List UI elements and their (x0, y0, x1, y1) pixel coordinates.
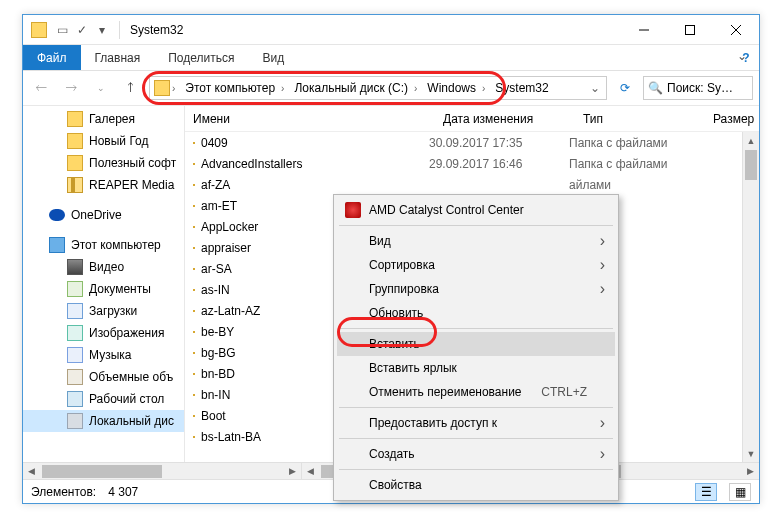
scroll-left-icon[interactable]: ◀ (23, 466, 40, 476)
folder-icon (193, 226, 195, 228)
menu-item[interactable]: Сортировка› (337, 253, 615, 277)
tree-item[interactable]: Изображения (23, 322, 184, 344)
qat-new-folder[interactable]: ✓ (73, 21, 91, 39)
breadcrumb-seg[interactable]: Этот компьютер (177, 77, 279, 99)
chevron-right-icon[interactable]: › (412, 83, 419, 94)
tree-item[interactable]: Загрузки (23, 300, 184, 322)
menu-item[interactable]: Отменить переименованиеCTRL+Z (337, 380, 615, 404)
tree-item-label: OneDrive (71, 208, 122, 222)
folder-icon (67, 111, 83, 127)
folder-icon (193, 163, 195, 165)
context-menu: AMD Catalyst Control CenterВид›Сортировк… (333, 194, 619, 501)
tree-item-label: Рабочий стол (89, 392, 164, 406)
scroll-right-icon[interactable]: ▶ (284, 466, 301, 476)
tree-item[interactable]: Музыка (23, 344, 184, 366)
table-row[interactable]: af-ZAайлами (185, 174, 759, 195)
menu-item[interactable]: Группировка› (337, 277, 615, 301)
minimize-button[interactable] (621, 15, 667, 45)
chevron-right-icon[interactable]: › (480, 83, 487, 94)
tree-item-label: Музыка (89, 348, 131, 362)
file-name: 0409 (201, 136, 429, 150)
vertical-scrollbar[interactable]: ▲ ▼ (742, 132, 759, 462)
view-details-button[interactable]: ☰ (695, 483, 717, 501)
address-bar[interactable]: › Этот компьютер › Локальный диск (C:) ›… (149, 76, 607, 100)
tree-item-label: Локальный дис (89, 414, 174, 428)
nav-recent[interactable]: ⌄ (89, 76, 113, 100)
table-row[interactable]: 040930.09.2017 17:35Папка с файлами (185, 132, 759, 153)
tree-item[interactable]: Локальный дис (23, 410, 184, 432)
search-input[interactable]: 🔍 Поиск: Sy… (643, 76, 753, 100)
file-type: айлами (569, 178, 699, 192)
scroll-left-icon[interactable]: ◀ (302, 466, 319, 476)
menu-item[interactable]: Создать› (337, 442, 615, 466)
nav-tree[interactable]: ГалереяНовый ГодПолезный софтREAPER Medi… (23, 106, 185, 462)
scroll-right-icon[interactable]: ▶ (742, 466, 759, 476)
tree-item[interactable]: Полезный софт (23, 152, 184, 174)
tree-item[interactable]: OneDrive (23, 204, 184, 226)
menu-item[interactable]: Свойства (337, 473, 615, 497)
tab-share[interactable]: Поделиться (154, 45, 248, 70)
breadcrumb-seg[interactable]: Windows (419, 77, 480, 99)
chevron-right-icon: › (600, 233, 605, 249)
tree-item[interactable]: REAPER Media (23, 174, 184, 196)
tree-item[interactable]: Этот компьютер (23, 234, 184, 256)
tree-item[interactable]: Новый Год (23, 130, 184, 152)
ribbon-expand-icon[interactable]: ⌄ (737, 49, 753, 65)
tree-item[interactable]: Галерея (23, 108, 184, 130)
close-button[interactable] (713, 15, 759, 45)
refresh-button[interactable]: ⟳ (613, 76, 637, 100)
nav-forward: 🡒 (59, 76, 83, 100)
chevron-right-icon: › (600, 281, 605, 297)
tab-home[interactable]: Главная (81, 45, 155, 70)
tab-view[interactable]: Вид (248, 45, 298, 70)
menu-item-label: Вид (369, 234, 391, 248)
scroll-thumb[interactable] (745, 150, 757, 180)
col-type[interactable]: Тип (575, 112, 705, 126)
qat-properties[interactable]: ▭ (53, 21, 71, 39)
menu-item[interactable]: Вставить (337, 332, 615, 356)
menu-item[interactable]: Вид› (337, 229, 615, 253)
tree-item[interactable]: Документы (23, 278, 184, 300)
table-row[interactable]: AdvancedInstallers29.09.2017 16:46Папка … (185, 153, 759, 174)
chevron-right-icon[interactable]: › (170, 83, 177, 94)
col-date[interactable]: Дата изменения (435, 112, 575, 126)
nav-up[interactable]: 🡑 (119, 76, 143, 100)
folder-icon (31, 22, 47, 38)
tree-item[interactable]: Объемные объ (23, 366, 184, 388)
tab-file[interactable]: Файл (23, 45, 81, 70)
menu-item-label: Свойства (369, 478, 422, 492)
tree-item[interactable]: Видео (23, 256, 184, 278)
svg-rect-1 (686, 25, 695, 34)
tree-item-label: Видео (89, 260, 124, 274)
maximize-button[interactable] (667, 15, 713, 45)
address-dropdown[interactable]: ⌄ (584, 81, 606, 95)
tree-item-label: Новый Год (89, 134, 148, 148)
menu-item[interactable]: Обновить (337, 301, 615, 325)
breadcrumb-seg[interactable]: Локальный диск (C:) (286, 77, 412, 99)
search-icon: 🔍 (648, 81, 663, 95)
tree-item-label: Объемные объ (89, 370, 173, 384)
folder-icon (193, 352, 195, 354)
breadcrumb-seg[interactable]: System32 (487, 77, 552, 99)
scroll-up-icon[interactable]: ▲ (743, 132, 759, 149)
col-name[interactable]: Имени (185, 112, 435, 126)
tree-item-label: Полезный софт (89, 156, 176, 170)
menu-item[interactable]: AMD Catalyst Control Center (337, 198, 615, 222)
file-name: af-ZA (201, 178, 429, 192)
folder-icon (67, 133, 83, 149)
tree-item-label: Галерея (89, 112, 135, 126)
folder-icon (193, 247, 195, 249)
tree-item[interactable]: Рабочий стол (23, 388, 184, 410)
folder-icon (193, 142, 195, 144)
menu-item-label: Обновить (369, 306, 423, 320)
file-name: AdvancedInstallers (201, 157, 429, 171)
chevron-right-icon[interactable]: › (279, 83, 286, 94)
scroll-down-icon[interactable]: ▼ (743, 445, 759, 462)
qat-dropdown[interactable]: ▾ (93, 21, 111, 39)
col-size[interactable]: Размер (705, 112, 765, 126)
view-icons-button[interactable]: ▦ (729, 483, 751, 501)
nav-back[interactable]: 🡐 (29, 76, 53, 100)
folder-icon (193, 436, 195, 438)
scroll-thumb[interactable] (42, 465, 162, 478)
menu-item[interactable]: Предоставить доступ к› (337, 411, 615, 435)
